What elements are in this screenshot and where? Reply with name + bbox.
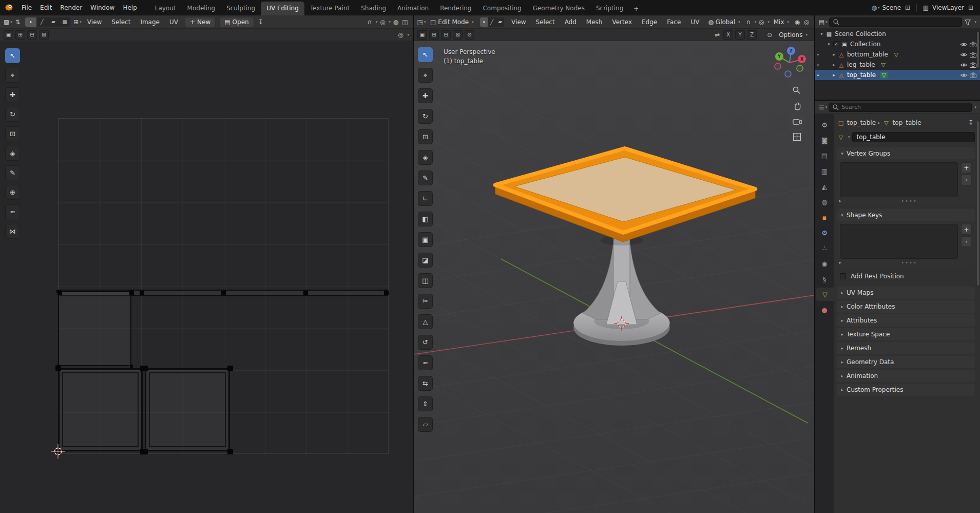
mode-dropdown[interactable]: □ Edit Mode▾ [427, 17, 477, 27]
uv-select-mode-vertex[interactable]: ∙ [25, 17, 36, 27]
navigation-gizmo[interactable]: Z Y X [773, 45, 806, 78]
uv-tool-rotate[interactable]: ↻ [5, 107, 20, 122]
uv-island-top-face[interactable] [58, 368, 143, 451]
add-shape-key-button[interactable]: + [961, 224, 972, 235]
blender-menu-button[interactable] [0, 4, 17, 11]
breadcrumb-object[interactable]: top_table [847, 119, 876, 126]
vp-menu-edge[interactable]: Edge [638, 16, 661, 28]
tool-measure[interactable]: ∟ [418, 191, 433, 206]
tool-edge-slide[interactable]: ⇆ [418, 376, 433, 391]
select-op-extend-icon[interactable]: ⊞ [15, 30, 25, 40]
ortho-toggle-icon[interactable] [792, 131, 802, 142]
snap-dropdown-icon[interactable]: ▾ [376, 20, 378, 24]
mirror-x-toggle[interactable]: X [723, 30, 733, 40]
hide-eye-icon[interactable] [960, 72, 968, 79]
new-image-button[interactable]: + New [185, 17, 216, 27]
uv-tool-move[interactable]: ✚ [5, 87, 20, 102]
uv-tool-annotate[interactable]: ✎ [5, 165, 20, 180]
uv-sync-select-icon[interactable]: ⇅ [14, 17, 22, 27]
tool-shrink-fatten[interactable]: ⇕ [418, 396, 433, 411]
tab-scene[interactable]: ◭ [817, 180, 832, 193]
uv-select-mode-island[interactable]: ▩ [59, 17, 70, 27]
hide-eye-icon[interactable] [960, 62, 968, 68]
panel-texture-space[interactable]: ▸Texture Space [837, 328, 975, 340]
menu-edit[interactable]: Edit [36, 2, 56, 13]
shape-keys-panel-header[interactable]: ▾Shape Keys [837, 209, 975, 221]
tab-material[interactable]: ● [817, 303, 832, 316]
uv-tool-grab[interactable]: ⊕ [5, 185, 20, 200]
select-op-invert-icon[interactable]: ⊠ [453, 30, 463, 40]
select-op-new-icon[interactable]: ▣ [417, 30, 427, 40]
snap-settings-icon[interactable]: ⊙ [765, 30, 774, 40]
snap-icon[interactable]: ∩ [366, 17, 374, 27]
disable-render-icon[interactable] [969, 51, 977, 58]
filter-icon[interactable] [964, 17, 972, 27]
outliner-scrollbar[interactable] [977, 32, 979, 68]
uv-menu-uv[interactable]: UV [165, 16, 182, 28]
panel-geometry-data[interactable]: ▸Geometry Data [837, 356, 975, 368]
new-scene-icon[interactable]: ⊞ [904, 3, 912, 12]
panel-attributes[interactable]: ▸Attributes [837, 314, 975, 327]
hide-eye-icon[interactable] [960, 41, 968, 48]
disable-render-icon[interactable] [969, 62, 977, 68]
tab-geometry-nodes[interactable]: Geometry Nodes [527, 2, 590, 15]
expand-icon[interactable]: ▸ [831, 62, 837, 67]
tab-scripting[interactable]: Scripting [590, 2, 629, 15]
tab-object-data[interactable]: ▽ [816, 288, 834, 301]
breadcrumb-data[interactable]: top_table [893, 119, 921, 126]
outliner-row-leg_table[interactable]: ▸ △ leg_table ▽ [815, 60, 980, 70]
uv-overlay-toggle-icon[interactable]: ◎ [396, 30, 405, 40]
tool-move[interactable]: ✚ [418, 88, 433, 103]
properties-search-input[interactable] [841, 104, 968, 110]
tool-loop-cut[interactable]: ◫ [418, 273, 433, 288]
overlays-icon[interactable]: ◍ [392, 17, 400, 27]
panel-color-attributes[interactable]: ▸Color Attributes [837, 300, 975, 313]
new-viewlayer-icon[interactable]: ⊞ [967, 3, 975, 12]
tool-annotate[interactable]: ✎ [418, 170, 433, 185]
vp-menu-mesh[interactable]: Mesh [582, 16, 607, 28]
collection-checkbox[interactable]: ✓ [833, 41, 839, 47]
tab-sculpting[interactable]: Sculpting [221, 2, 261, 15]
outliner-row-scene-collection[interactable]: ▾ ▦ Scene Collection [815, 29, 980, 39]
tab-texture-paint[interactable]: Texture Paint [304, 2, 355, 15]
shape-keys-list[interactable] [840, 224, 958, 259]
uv-tool-relax[interactable]: ≈ [5, 204, 20, 219]
proportional-edit-icon[interactable]: ◎ [378, 17, 387, 27]
proportional-edit-icon[interactable]: ◎ [757, 17, 765, 27]
uv-menu-image[interactable]: Image [136, 16, 164, 28]
properties-scrollbar[interactable] [977, 121, 979, 286]
uv-tool-pinch[interactable]: ⋈ [5, 224, 20, 239]
tool-smooth[interactable]: ≈ [418, 355, 433, 370]
tool-scale[interactable]: ⊡ [418, 129, 433, 144]
pan-hand-icon[interactable] [792, 101, 802, 111]
menu-render[interactable]: Render [56, 2, 86, 13]
outliner-search[interactable] [829, 17, 963, 27]
tab-animation[interactable]: Animation [392, 2, 434, 15]
proportional-dropdown-icon[interactable]: ▾ [767, 20, 770, 24]
tab-world[interactable]: ◍ [817, 195, 832, 208]
tab-physics[interactable]: ◉ [817, 257, 832, 270]
tool-bevel[interactable]: ◪ [418, 253, 433, 268]
tab-render[interactable]: ◙ [817, 134, 832, 147]
vp-menu-uv[interactable]: UV [686, 16, 703, 28]
uv-menu-select[interactable]: Select [107, 16, 134, 28]
panel-custom-properties[interactable]: ▸Custom Properties [837, 384, 975, 396]
expand-icon[interactable]: ▾ [818, 31, 825, 36]
menu-help[interactable]: Help [119, 2, 141, 13]
tab-particles[interactable]: ∴ [817, 241, 832, 255]
image-pin-icon[interactable]: ↧ [257, 17, 265, 27]
snap-dropdown-icon[interactable]: ▾ [755, 20, 757, 24]
select-mode-vertex[interactable]: ∙ [480, 17, 488, 27]
add-workspace-button[interactable]: + [629, 2, 643, 15]
resize-grip[interactable]: •••• [843, 198, 975, 204]
tab-constraints[interactable]: § [817, 272, 832, 286]
panel-animation[interactable]: ▸Animation [837, 370, 975, 382]
expand-icon[interactable]: ▾ [825, 42, 832, 47]
open-image-button[interactable]: ▤ Open [219, 17, 254, 27]
tab-modifiers[interactable]: ⚙ [817, 226, 832, 239]
panel-uv-maps[interactable]: ▸UV Maps [837, 287, 975, 299]
tab-modeling[interactable]: Modeling [182, 2, 221, 15]
editor-type-icon[interactable]: ▩▾ [4, 17, 12, 27]
outliner-row-collection[interactable]: ▾ ✓ ▣ Collection [815, 39, 980, 49]
sticky-select-icon[interactable]: ⊞▾ [73, 17, 82, 27]
